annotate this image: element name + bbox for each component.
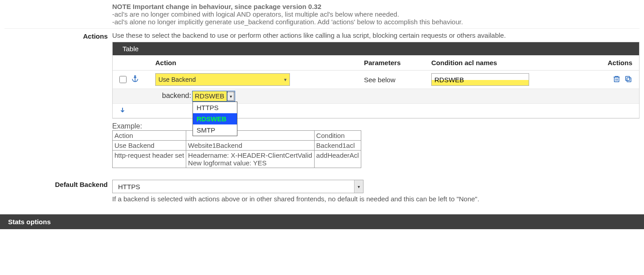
backend-sub-row: backend: RDSWEB ▾ HTTPS RDSWEB SMTP (113, 89, 639, 104)
table-title: Table (113, 42, 639, 55)
dropdown-option-smtp[interactable]: SMTP (193, 124, 237, 136)
header-actions: Actions (602, 59, 632, 67)
behaviour-note: NOTE Important change in behaviour, sinc… (112, 3, 640, 26)
note-line1: -acl's are no longer combined with logic… (112, 10, 640, 18)
table-row: http-request header set Headername: X-HE… (113, 151, 361, 168)
row-parameters: See below (364, 76, 431, 84)
condition-input[interactable] (431, 73, 529, 86)
chevron-down-icon: ▾ (284, 77, 287, 83)
backend-select[interactable]: RDSWEB ▾ HTTPS RDSWEB SMTP (192, 91, 235, 102)
copy-icon[interactable] (624, 75, 632, 84)
svg-point-0 (135, 75, 136, 77)
svg-rect-7 (626, 76, 630, 80)
default-backend-value: HTTPS (118, 183, 140, 191)
ex-cell: Backend1acl (314, 141, 361, 151)
dropdown-option-rdsweb[interactable]: RDSWEB (193, 113, 237, 124)
row-checkbox[interactable] (119, 76, 127, 83)
ex-cell: Use Backend (113, 141, 186, 151)
ex-header-condition: Condition (314, 131, 361, 141)
note-line2: -acl's alone no longer implicitly genera… (112, 18, 640, 26)
backend-label: backend: (162, 91, 191, 102)
ex-cell: Headername: X-HEADER-ClientCertValid New… (186, 151, 315, 168)
default-backend-label: Default Backend (4, 180, 112, 203)
table-row: Use Backend ▾ See below (113, 71, 639, 89)
stats-options-header[interactable]: Stats options (0, 214, 644, 229)
actions-table: Table Action Parameters Condition acl na… (112, 42, 640, 119)
action-select[interactable]: Use Backend ▾ (155, 73, 290, 86)
ex-header-action: Action (113, 131, 186, 141)
backend-select-value: RDSWEB (193, 91, 227, 101)
ex-cell: Website1Backend (186, 141, 315, 151)
default-backend-help: If a backend is selected with actions ab… (112, 195, 640, 203)
ex-cell: addHeaderAcl (314, 151, 361, 168)
example-label: Example: (112, 122, 640, 130)
header-parameters: Parameters (364, 59, 431, 67)
delete-icon[interactable] (613, 75, 621, 84)
note-title: NOTE Important change in behaviour, sinc… (112, 3, 640, 10)
chevron-down-icon: ▾ (354, 180, 363, 193)
header-condition: Condition acl names (431, 59, 602, 67)
chevron-down-icon: ▾ (227, 91, 235, 101)
svg-rect-6 (627, 78, 631, 82)
add-row-arrow[interactable] (113, 104, 639, 118)
actions-label: Actions (4, 31, 112, 168)
backend-dropdown-list: HTTPS RDSWEB SMTP (193, 102, 237, 136)
svg-rect-3 (614, 77, 619, 82)
header-action: Action (155, 59, 364, 67)
anchor-icon[interactable] (131, 75, 139, 84)
action-select-value: Use Backend (158, 76, 196, 83)
ex-cell: http-request header set (113, 151, 186, 168)
actions-desc: Use these to select the backend to use o… (112, 31, 640, 39)
dropdown-option-https[interactable]: HTTPS (193, 102, 237, 113)
default-backend-select[interactable]: HTTPS ▾ (112, 180, 364, 193)
table-row: Use Backend Website1Backend Backend1acl (113, 141, 361, 151)
table-header-row: Action Parameters Condition acl names Ac… (113, 55, 639, 71)
